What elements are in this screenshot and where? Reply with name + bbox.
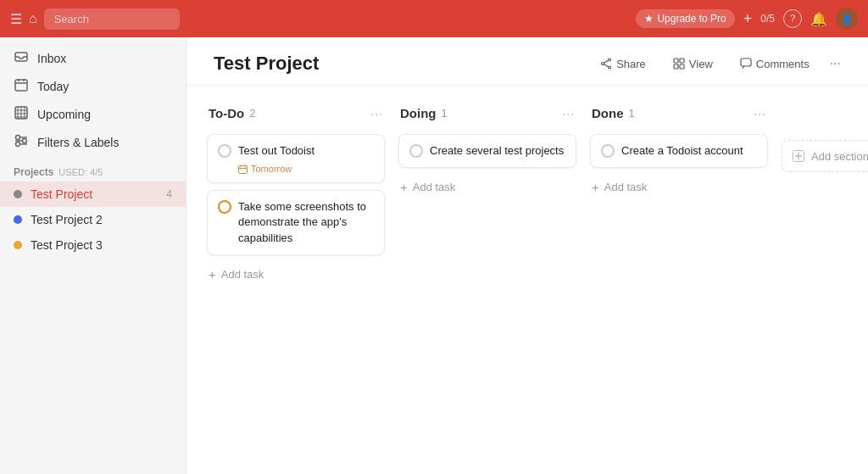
view-button[interactable]: View [666,54,720,74]
task-row-2: Take some screenshots to demonstrate the… [218,199,374,246]
date-icon-1 [238,165,248,174]
task-row-1: Test out Todoist [218,143,374,159]
bell-icon[interactable]: 🔔 [810,11,827,27]
sidebar-item-test-project[interactable]: Test Project 4 [0,181,186,207]
svg-point-19 [609,66,611,69]
svg-rect-1 [15,80,27,91]
add-task-plus-icon-todo: + [209,267,216,282]
column-done-title: Done [592,106,624,120]
topnav-left: ☰ ⌂ [10,8,180,30]
column-done-header: Done 1 ··· [590,103,768,127]
column-done-count: 1 [629,107,635,120]
add-task-button-doing[interactable]: + Add task [398,175,576,199]
task-row-3: Create several test projects [409,143,565,159]
task-text-3: Create several test projects [430,143,565,159]
upcoming-icon [14,106,29,122]
svg-point-13 [23,139,27,143]
task-card-3[interactable]: Create several test projects [398,134,576,168]
page-header: Test Project Share View Comments ··· [186,37,868,86]
column-doing-count: 1 [442,107,448,120]
sidebar-item-today[interactable]: Today [0,72,186,100]
column-todo-count: 2 [249,107,255,120]
score-badge: 0/5 [760,13,775,25]
search-input[interactable] [44,8,180,30]
column-doing-header: Doing 1 ··· [398,103,576,127]
task-meta-1: Tomorrow [218,164,374,174]
add-task-button-todo[interactable]: + Add task [207,262,385,287]
project-dot-1 [14,190,22,198]
comments-button[interactable]: Comments [733,54,816,74]
task-checkbox-4[interactable] [601,144,615,158]
task-card-4[interactable]: Create a Todoist account [590,134,768,168]
today-icon [14,78,29,94]
column-todo-more[interactable]: ··· [370,107,383,120]
column-done-more[interactable]: ··· [754,107,766,120]
add-section-button[interactable]: Add section [782,140,868,172]
topnav-right: ★ Upgrade to Pro + 0/5 ? 🔔 👤 [636,8,858,30]
svg-rect-27 [741,59,751,66]
sidebar-item-filters[interactable]: Filters & Labels [0,128,186,156]
projects-section-header: Projects USED: 4/5 [0,156,186,181]
column-doing-more[interactable]: ··· [562,107,575,120]
column-doing: Doing 1 ··· Create several test projects… [398,103,576,199]
svg-rect-25 [674,64,678,69]
sidebar-item-upcoming[interactable]: Upcoming [0,100,186,128]
column-todo: To-Do 2 ··· Test out Todoist Tomorrow [207,103,385,287]
star-icon: ★ [644,13,654,25]
svg-rect-26 [680,64,684,69]
add-icon[interactable]: + [743,10,753,28]
avatar[interactable]: 👤 [836,8,858,30]
add-task-plus-icon-doing: + [400,180,408,194]
content-area: Test Project Share View Comments ··· [186,37,868,474]
share-icon [600,58,612,70]
inbox-icon [14,50,29,66]
share-button[interactable]: Share [593,54,653,74]
sidebar-item-filters-label: Filters & Labels [37,136,119,149]
board-area: To-Do 2 ··· Test out Todoist Tomorrow [186,86,868,474]
task-card-1[interactable]: Test out Todoist Tomorrow [207,134,385,183]
main-layout: Inbox Today Upcoming Filters & Labels Pr… [0,37,868,474]
svg-point-18 [609,59,611,61]
sidebar-item-inbox-label: Inbox [37,52,66,65]
task-checkbox-1[interactable] [218,144,231,158]
task-text-4: Create a Todoist account [621,143,757,159]
sidebar-item-today-label: Today [37,80,69,93]
svg-point-20 [602,63,604,65]
project-dot-3 [14,241,22,249]
sidebar-item-test-project-2[interactable]: Test Project 2 [0,207,186,232]
menu-icon[interactable]: ☰ [10,11,22,27]
svg-line-21 [604,60,609,63]
task-card-2[interactable]: Take some screenshots to demonstrate the… [207,190,385,255]
task-checkbox-2[interactable] [218,200,231,214]
column-todo-header: To-Do 2 ··· [207,103,385,127]
projects-label: Projects [14,166,53,178]
svg-rect-24 [680,59,684,63]
home-icon[interactable]: ⌂ [29,11,37,26]
sidebar-item-inbox[interactable]: Inbox [0,44,186,72]
sidebar-item-test-project-2-label: Test Project 2 [31,213,103,226]
task-checkbox-3[interactable] [409,144,423,158]
project-count-1: 4 [166,188,172,200]
upgrade-label: Upgrade to Pro [657,13,726,25]
add-section-icon [793,150,804,162]
task-date-1: Tomorrow [238,164,374,174]
task-text-1: Test out Todoist [238,143,374,159]
add-task-plus-icon-done: + [592,180,599,194]
sidebar-item-test-project-3[interactable]: Test Project 3 [0,232,186,258]
task-row-4: Create a Todoist account [601,143,757,159]
column-todo-title: To-Do [209,106,244,120]
page-title: Test Project [214,53,593,75]
comments-icon [740,58,752,70]
task-text-2: Take some screenshots to demonstrate the… [238,199,374,246]
sidebar-item-upcoming-label: Upcoming [37,108,91,121]
sidebar-item-test-project-3-label: Test Project 3 [31,238,103,252]
column-done: Done 1 ··· Create a Todoist account + Ad… [590,103,768,199]
svg-rect-23 [674,59,678,63]
page-more-button[interactable]: ··· [830,56,841,71]
sidebar-item-test-project-label: Test Project [31,187,92,201]
add-task-button-done[interactable]: + Add task [590,175,768,199]
view-icon [673,58,685,70]
upgrade-button[interactable]: ★ Upgrade to Pro [636,9,734,28]
svg-line-22 [604,64,609,67]
help-icon[interactable]: ? [783,9,802,28]
